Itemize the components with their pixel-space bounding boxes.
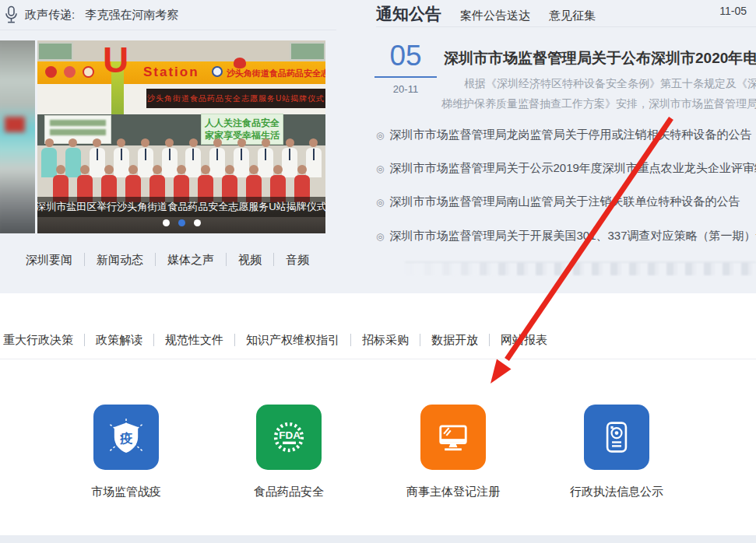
left-header-divider — [0, 30, 336, 30]
ghost-slide-photo — [0, 40, 35, 233]
carousel-caption-bar: 深圳市盐田区举行沙头角街道食品药品安全志愿服务U站揭牌仪式 — [37, 197, 325, 217]
microphone-icon — [3, 5, 19, 25]
voice-news-bar: 政声传递: 李克强在河南考察 — [3, 4, 336, 26]
nav-policy-interpretation[interactable]: 政策解读 — [85, 334, 154, 346]
photo-sign-logo — [212, 66, 223, 77]
featured-date-block: 05 20-11 — [362, 40, 449, 95]
carousel-previous-slide[interactable] — [0, 40, 35, 233]
svg-text:FDA: FDA — [279, 429, 301, 441]
featured-date-underline — [374, 76, 437, 78]
tab-audio[interactable]: 音频 — [274, 253, 321, 266]
photo-window — [37, 42, 73, 61]
ghost-slide-detail — [5, 117, 25, 132]
carousel-dots — [37, 219, 325, 226]
carousel-dot[interactable] — [194, 219, 201, 226]
featured-day: 05 — [362, 40, 449, 72]
tab-video[interactable]: 视频 — [227, 253, 274, 266]
photo-sign-text: 沙头角街道食品药品安全志 — [227, 68, 325, 79]
service-business-registration[interactable]: 商事主体登记注册 — [387, 405, 519, 499]
tab-opinion-solicitation[interactable]: 意见征集 — [549, 9, 596, 23]
photo-u-letter: U — [103, 42, 128, 78]
carousel-dot[interactable] — [163, 219, 170, 226]
footer-strip — [0, 535, 756, 543]
voice-bar-date: 11-05 — [719, 5, 747, 17]
news-carousel[interactable]: U Station 沙头角街道食品药品安全志 沙头角街道食品药品安全志愿服务U站… — [37, 40, 325, 233]
policy-nav-divider — [0, 359, 756, 359]
nav-normative-documents[interactable]: 规范性文件 — [154, 334, 235, 346]
epidemic-shield-icon: 疫 — [93, 405, 159, 470]
svg-text:疫: 疫 — [119, 431, 133, 445]
photo-wall — [37, 40, 325, 62]
service-food-drug[interactable]: FDA 食品药品安全 — [223, 405, 355, 499]
nav-site-reports[interactable]: 网站报表 — [490, 334, 558, 346]
carousel-dot[interactable] — [178, 219, 185, 226]
service-label: 行政执法信息公示 — [550, 485, 683, 499]
service-label: 商事主体登记注册 — [387, 485, 519, 499]
notice-list-item[interactable]: ◎深圳市市场监督管理局关于开展美国301、337调查对应策略（第一期）专项培 — [376, 229, 756, 243]
tab-media-voice[interactable]: 媒体之声 — [156, 253, 227, 266]
featured-excerpt-line2: 梯维护保养质量监督抽查工作方案》安排，深圳市市场监督管理局组织开展了 — [441, 97, 756, 111]
service-enforcement-disclosure[interactable]: 行政执法信息公示 — [550, 405, 683, 499]
photo-window — [290, 42, 325, 61]
photo-station-text: Station — [143, 65, 199, 80]
notice-header-divider — [376, 26, 756, 27]
news-tabs: 深圳要闻 新闻动态 媒体之声 视频 音频 — [26, 253, 321, 266]
service-label: 食品药品安全 — [223, 485, 355, 499]
policy-nav: 重大行政决策 政策解读 规范性文件 知识产权维权指引 招标采购 数据开放 网站报… — [3, 334, 558, 346]
voice-bar-label: 政声传递: — [25, 8, 75, 23]
service-epidemic[interactable]: 疫 市场监管战疫 — [60, 405, 192, 499]
featured-notice-title[interactable]: 深圳市市场监督管理局关于公布深圳市2020年电梯维护保养 — [444, 48, 756, 68]
featured-yearmonth: 20-11 — [362, 83, 449, 95]
nav-open-data[interactable]: 数据开放 — [420, 334, 490, 346]
bullet-icon: ◎ — [376, 130, 384, 141]
photo-emblems — [45, 66, 94, 78]
tab-news-updates[interactable]: 新闻动态 — [85, 253, 156, 266]
service-label: 市场监管战疫 — [60, 485, 192, 499]
notice-header: 通知公告 案件公告送达 意见征集 — [376, 3, 596, 25]
bullet-icon: ◎ — [376, 163, 384, 174]
tab-shenzhen-news[interactable]: 深圳要闻 — [26, 253, 85, 266]
notice-title: 通知公告 — [376, 3, 441, 25]
fda-wreath-icon: FDA — [256, 405, 322, 470]
photo-flower — [234, 58, 246, 68]
monitor-icon — [420, 405, 486, 470]
bridge-watermark — [405, 261, 756, 275]
carousel-caption[interactable]: 深圳市盐田区举行沙头角街道食品药品安全志愿服务U站揭牌仪式 — [37, 200, 325, 214]
notice-list-item[interactable]: ◎深圳市市场监督管理局关于公示2019年度深圳市重点农业龙头企业评审结果的 — [376, 161, 756, 176]
nav-major-decisions[interactable]: 重大行政决策 — [3, 334, 85, 346]
featured-excerpt-line1: 根据《深圳经济特区特种设备安全条例》第五十条规定及《深圳市市场监 — [464, 77, 756, 91]
nav-bidding-procurement[interactable]: 招标采购 — [351, 334, 420, 346]
nav-ip-rights-guide[interactable]: 知识产权维权指引 — [235, 334, 351, 346]
photo-led-display: 沙头角街道食品药品安全志愿服务U站揭牌仪式 — [146, 89, 325, 108]
camera-icon — [584, 405, 649, 470]
tab-case-announcements[interactable]: 案件公告送达 — [460, 9, 530, 23]
notice-list-item[interactable]: ◎深圳市市场监督管理局南山监管局关于注销失联单位特种设备的公告 — [376, 194, 740, 209]
notice-list-item[interactable]: ◎深圳市市场监督管理局龙岗监管局关于停用或注销相关特种设备的公告 — [376, 128, 751, 142]
bullet-icon: ◎ — [376, 231, 384, 242]
voice-bar-headline[interactable]: 李克强在河南考察 — [85, 8, 178, 23]
bullet-icon: ◎ — [376, 197, 384, 208]
